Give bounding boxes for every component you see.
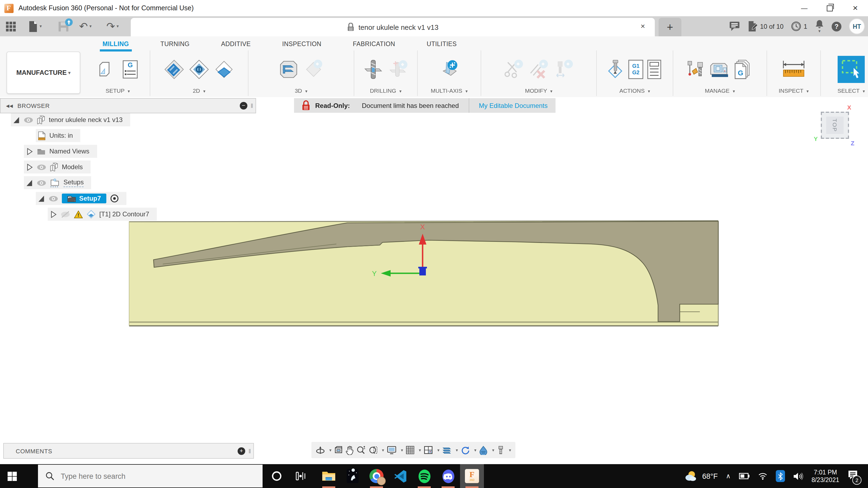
running-indicator — [370, 486, 383, 488]
comments-add-button[interactable]: + — [238, 447, 245, 455]
taskbar-fusion360[interactable]: F 360 — [460, 464, 484, 488]
toolpath-display-button[interactable] — [479, 446, 488, 455]
banner-divider — [469, 98, 469, 113]
wifi-icon[interactable] — [758, 472, 768, 480]
editable-documents-link[interactable]: My Editable Documents — [479, 102, 548, 109]
x-axis-label: X — [420, 223, 425, 231]
taskbar-file-explorer[interactable] — [317, 464, 341, 488]
tree-row-units[interactable]: Units: in — [0, 129, 255, 142]
collapsed-arrow-icon[interactable] — [50, 210, 57, 218]
visibility-eye-icon[interactable] — [24, 117, 33, 123]
running-indicator — [442, 486, 455, 488]
taskbar-search[interactable] — [38, 465, 262, 487]
search-input[interactable] — [60, 471, 241, 481]
taskbar-vscode[interactable] — [389, 464, 412, 488]
grid-icon — [406, 446, 414, 454]
tool-display-caret[interactable]: ▾ — [509, 448, 511, 453]
regenerate-button[interactable] — [461, 446, 470, 455]
viewports-caret[interactable]: ▾ — [437, 448, 439, 453]
battery-icon[interactable] — [739, 473, 750, 479]
tree-row-named-views[interactable]: Named Views — [0, 145, 255, 158]
start-button[interactable] — [0, 464, 24, 488]
readonly-lock-badge-icon — [302, 100, 310, 110]
steps-caret[interactable]: ▾ — [456, 448, 458, 453]
tree-operation-label: [T1] 2D Contour7 — [99, 210, 149, 218]
display-settings-button[interactable] — [387, 446, 397, 454]
taskbar-chrome[interactable] — [365, 464, 389, 488]
view-cube-face[interactable]: TOP — [826, 117, 844, 134]
task-view-icon — [295, 471, 306, 481]
selected-setup[interactable]: Setup7 — [62, 194, 106, 203]
orbit-caret[interactable]: ▾ — [329, 448, 332, 453]
clock-date: 8/23/2021 — [812, 476, 839, 484]
viewcube-x-label: X — [847, 104, 851, 110]
view-cube-face-label: TOP — [832, 119, 838, 132]
contour-operation-icon — [87, 210, 95, 219]
chrome-icon — [369, 469, 383, 483]
browser-collapse-icon[interactable]: ◀◀ — [6, 103, 13, 108]
window-zoom-button[interactable] — [368, 446, 378, 454]
tree-row-setups[interactable]: Setups — [0, 176, 255, 189]
discord-icon — [441, 469, 456, 483]
taskbar-discord[interactable] — [436, 464, 460, 488]
window-zoom-caret[interactable]: ▾ — [382, 448, 384, 453]
comments-title: COMMENTS — [16, 448, 52, 454]
navigation-toolbar: ▾ ▾ ▾ — [311, 442, 516, 458]
taskbar-spotify[interactable] — [412, 464, 436, 488]
browser-grip[interactable]: ‖ — [251, 102, 253, 109]
windows-logo-icon — [7, 471, 17, 481]
zoom-button[interactable] — [356, 446, 366, 454]
look-at-button[interactable] — [334, 446, 343, 454]
action-center-button[interactable]: 2 — [847, 469, 858, 483]
collapsed-arrow-icon[interactable] — [26, 148, 33, 155]
hidden-eye-icon[interactable] — [61, 210, 70, 218]
tree-row-setup7[interactable]: Setup7 — [0, 192, 255, 205]
browser-tree: tenor ukulele neck v1 v13 Units: in N — [0, 113, 255, 223]
tree-row-models[interactable]: Models — [0, 161, 255, 173]
taskbar-clock[interactable]: 7:01 PM 8/23/2021 — [812, 468, 839, 484]
bluetooth-icon[interactable] — [776, 470, 785, 482]
view-cube[interactable]: TOP X Y Z — [821, 112, 849, 139]
task-view-button[interactable] — [289, 464, 312, 488]
screen: F Autodesk Fusion 360 (Personal - Not fo… — [0, 0, 868, 488]
orbit-button[interactable] — [316, 446, 325, 455]
expanded-arrow-icon[interactable] — [13, 116, 20, 123]
visibility-eye-icon[interactable] — [37, 180, 46, 186]
pan-button[interactable] — [346, 446, 354, 455]
window-zoom-icon — [368, 446, 378, 454]
active-setup-target-icon[interactable] — [110, 194, 119, 203]
display-settings-icon — [387, 446, 397, 454]
taskbar-kindle[interactable] — [341, 464, 365, 488]
expanded-arrow-icon[interactable] — [26, 179, 33, 186]
y-axis-label: Y — [372, 269, 376, 278]
viewports-button[interactable] — [424, 446, 433, 454]
comments-panel-header[interactable]: COMMENTS + ‖ — [3, 443, 254, 459]
steps-icon — [442, 446, 452, 454]
tree-row-operation[interactable]: ! [T1] 2D Contour7 — [0, 208, 255, 221]
collapsed-arrow-icon[interactable] — [26, 163, 33, 170]
tray-expand-chevron[interactable]: ∧ — [726, 472, 731, 480]
browser-minimize-button[interactable]: − — [240, 102, 247, 109]
expanded-arrow-icon[interactable] — [38, 195, 45, 202]
viewcube-y-label: Y — [814, 135, 818, 142]
search-icon — [45, 472, 54, 480]
weather-widget[interactable]: 68°F — [685, 470, 718, 482]
tree-row-document[interactable]: tenor ukulele neck v1 v13 — [0, 113, 255, 126]
regenerate-caret[interactable]: ▾ — [474, 448, 476, 453]
visibility-eye-icon[interactable] — [37, 164, 46, 170]
grid-snaps-caret[interactable]: ▾ — [419, 448, 421, 453]
visibility-eye-icon[interactable] — [49, 195, 58, 201]
steps-button[interactable] — [442, 446, 452, 454]
browser-panel-header[interactable]: ◀◀ BROWSER − ‖ — [0, 98, 256, 113]
toolpath-display-caret[interactable]: ▾ — [492, 448, 494, 453]
display-settings-caret[interactable]: ▾ — [401, 448, 403, 453]
tree-setups-label: Setups — [63, 178, 84, 187]
grid-snaps-button[interactable] — [406, 446, 414, 454]
tool-display-button[interactable] — [497, 446, 504, 455]
cortana-button[interactable] — [265, 464, 289, 488]
running-indicator — [465, 486, 478, 488]
comments-grip[interactable]: ‖ — [248, 448, 251, 454]
volume-icon[interactable] — [793, 472, 803, 480]
tree-units-label: Units: in — [50, 132, 73, 139]
weather-temp: 68°F — [702, 472, 718, 480]
